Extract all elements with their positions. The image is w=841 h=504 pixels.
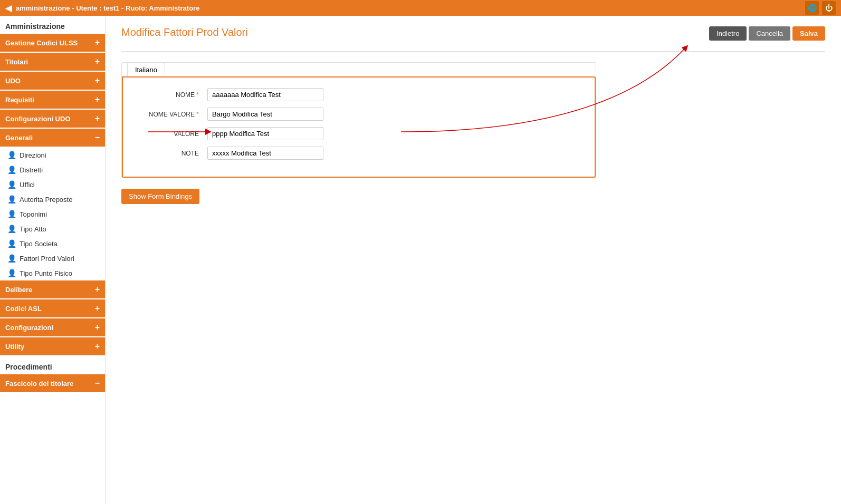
expand-icon: +	[95, 342, 100, 351]
sidebar-subitem-toponimi[interactable]: 👤Toponimi	[0, 207, 105, 221]
sidebar-subitem-fattori-prod-valori[interactable]: 👤Fattori Prod Valori	[0, 251, 105, 266]
input-note[interactable]	[207, 147, 323, 160]
person-icon: 👤	[7, 239, 16, 248]
main-layout: Amministrazione Gestione Codici ULSS + T…	[0, 16, 841, 504]
expand-icon: +	[95, 114, 100, 123]
page-header: Modifica Fattori Prod Valori Indietro Ca…	[121, 26, 825, 41]
collapse-icon: −	[95, 133, 100, 142]
sidebar-item-requisiti[interactable]: Requisiti +	[0, 91, 105, 109]
sidebar-item-gestione-codici-ulss[interactable]: Gestione Codici ULSS +	[0, 34, 105, 52]
sidebar-item-utility[interactable]: Utility +	[0, 337, 105, 355]
input-valore[interactable]	[207, 127, 323, 140]
expand-icon: +	[95, 38, 100, 47]
expand-icon: +	[95, 76, 100, 85]
sidebar-subitem-tipo-punto-fisico[interactable]: 👤Tipo Punto Fisico	[0, 266, 105, 280]
input-nome[interactable]	[207, 88, 323, 101]
sidebar-subitem-autorita-preposte[interactable]: 👤Autorita Preposte	[0, 192, 105, 207]
expand-icon: +	[95, 57, 100, 66]
sidebar-subitem-tipo-societa[interactable]: 👤Tipo Societa	[0, 236, 105, 251]
cancella-button[interactable]: Cancella	[749, 26, 790, 41]
sidebar-subitem-uffici[interactable]: 👤Uffici	[0, 177, 105, 192]
form-tab[interactable]: Italiano	[122, 63, 596, 76]
back-arrow-icon[interactable]: ◀	[5, 3, 12, 13]
sidebar-item-delibere[interactable]: Delibere +	[0, 280, 105, 298]
sidebar-section-amministrazione: Amministrazione	[0, 16, 105, 34]
person-icon: 👤	[7, 254, 16, 263]
sidebar-item-fascicolo-del-titolare[interactable]: Fascicolo del titolare −	[0, 374, 105, 392]
sidebar-item-generali[interactable]: Generali −	[0, 129, 105, 147]
sidebar-item-configurazioni[interactable]: Configurazioni +	[0, 318, 105, 336]
collapse-icon: −	[95, 379, 100, 388]
form-row-nome-valore: NOME VALORE *	[139, 108, 579, 121]
indietro-button[interactable]: Indietro	[709, 26, 747, 41]
generali-submenu: 👤Direzioni 👤Distretti 👤Uffici 👤Autorita …	[0, 148, 105, 280]
show-bindings-container: Show Form Bindings	[121, 178, 825, 204]
header-divider	[121, 51, 825, 52]
form-row-valore: VALORE	[139, 127, 579, 140]
show-form-bindings-button[interactable]: Show Form Bindings	[121, 189, 199, 204]
sidebar-section-procedimenti: Procedimenti	[0, 356, 105, 374]
expand-icon: +	[95, 285, 100, 294]
page-actions: Indietro Cancella Salva	[709, 26, 825, 41]
sidebar-subitem-direzioni[interactable]: 👤Direzioni	[0, 148, 105, 162]
sidebar-subitem-distretti[interactable]: 👤Distretti	[0, 162, 105, 177]
expand-icon: +	[95, 323, 100, 332]
sidebar-item-configurazioni-udo[interactable]: Configurazioni UDO +	[0, 110, 105, 128]
sidebar-item-titolari[interactable]: Titolari +	[0, 53, 105, 71]
expand-icon: +	[95, 95, 100, 104]
top-bar-icons: 🌐 ⏻	[805, 1, 836, 15]
person-icon: 👤	[7, 180, 16, 189]
form-row-note: NOTE	[139, 147, 579, 160]
page-title: Modifica Fattori Prod Valori	[121, 26, 248, 38]
power-button[interactable]: ⏻	[822, 1, 836, 15]
content-area: Modifica Fattori Prod Valori Indietro Ca…	[106, 16, 841, 504]
person-icon: 👤	[7, 166, 16, 174]
salva-button[interactable]: Salva	[792, 26, 825, 41]
top-bar-left: ◀ amministrazione - Utente : test1 - Ruo…	[5, 3, 199, 13]
person-icon: 👤	[7, 210, 16, 218]
expand-icon: +	[95, 304, 100, 313]
sidebar-subitem-tipo-atto[interactable]: 👤Tipo Atto	[0, 221, 105, 236]
form-body: NOME * NOME VALORE * VALORE NOTE	[122, 76, 596, 178]
sidebar-item-udo[interactable]: UDO +	[0, 72, 105, 90]
form-card: Italiano NOME * NOME VALORE * VALORE	[121, 62, 596, 178]
person-icon: 👤	[7, 195, 16, 203]
label-valore: VALORE	[139, 130, 207, 138]
globe-button[interactable]: 🌐	[805, 1, 819, 15]
form-row-nome: NOME *	[139, 88, 579, 101]
person-icon: 👤	[7, 151, 16, 159]
person-icon: 👤	[7, 269, 16, 277]
sidebar: Amministrazione Gestione Codici ULSS + T…	[0, 16, 106, 504]
label-nome: NOME *	[139, 91, 207, 99]
input-nome-valore[interactable]	[207, 108, 323, 121]
sidebar-item-codici-asl[interactable]: Codici ASL +	[0, 299, 105, 317]
top-bar-title: amministrazione - Utente : test1 - Ruolo…	[16, 4, 199, 12]
label-note: NOTE	[139, 150, 207, 157]
label-nome-valore: NOME VALORE *	[139, 111, 207, 118]
top-bar: ◀ amministrazione - Utente : test1 - Ruo…	[0, 0, 841, 16]
person-icon: 👤	[7, 225, 16, 233]
